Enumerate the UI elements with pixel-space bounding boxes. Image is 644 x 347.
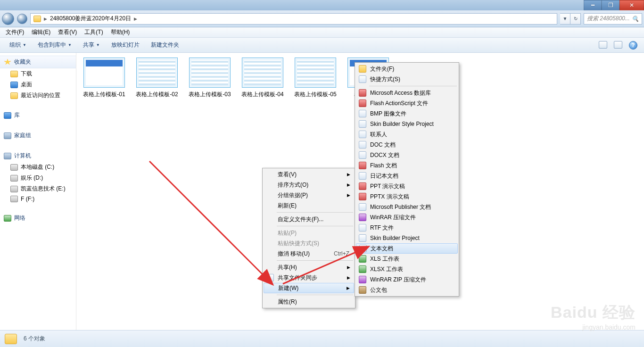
content-pane[interactable]: 表格上传模板-01 表格上传模板-02 表格上传模板-03 表格上传模板-04 …	[76, 53, 644, 330]
share-button[interactable]: 共享▼	[77, 41, 106, 49]
search-input[interactable]: 搜索 24805800... 🔍	[584, 13, 642, 25]
view-mode-button[interactable]	[599, 41, 607, 49]
ctx-new-item[interactable]: BMP 图像文件	[356, 108, 458, 119]
back-button[interactable]	[2, 13, 14, 25]
ctx-new-item[interactable]: XLS 工作表	[356, 254, 458, 264]
ctx-new-item[interactable]: WinRAR ZIP 压缩文件	[356, 274, 458, 285]
sync-icon	[266, 274, 274, 281]
sidebar-favorites[interactable]: 收藏夹	[0, 56, 76, 68]
breadcrumb[interactable]: 24805800姜卅蓝2020年4月20日	[50, 15, 131, 23]
sidebar-item-drive-e[interactable]: 凯蓝信息技术 (E:)	[0, 183, 76, 194]
ctx-customize[interactable]: 自定义文件夹(F)...	[264, 214, 354, 224]
ctx-undo[interactable]: 撤消 移动(U)Ctrl+Z	[264, 248, 354, 259]
file-item[interactable]: 表格上传模板-01	[83, 58, 125, 98]
filetype-icon	[359, 286, 366, 294]
thumbnail-icon	[295, 58, 336, 88]
dropdown-button[interactable]: ▼	[560, 13, 570, 25]
main-area: 收藏夹 下载 桌面 最近访问的位置 库 家庭组 计算机 本地磁盘 (C:) 娱乐…	[0, 53, 644, 330]
folder-icon	[5, 334, 17, 344]
sidebar: 收藏夹 下载 桌面 最近访问的位置 库 家庭组 计算机 本地磁盘 (C:) 娱乐…	[0, 53, 76, 330]
sidebar-library[interactable]: 库	[0, 109, 76, 121]
ctx-properties[interactable]: 属性(R)	[264, 297, 354, 307]
filetype-icon	[359, 75, 366, 83]
ctx-new-item[interactable]: DOCX 文档	[356, 150, 458, 160]
menu-tools[interactable]: 工具(T)	[81, 28, 107, 36]
ctx-new-item[interactable]: 公文包	[356, 285, 458, 295]
status-text: 6 个对象	[24, 335, 45, 343]
address-field[interactable]: ▶ 24805800姜卅蓝2020年4月20日 ▶	[30, 13, 557, 25]
search-icon: 🔍	[632, 16, 639, 22]
menu-file[interactable]: 文件(F)	[2, 28, 28, 36]
filetype-icon	[359, 214, 366, 221]
ctx-new-item[interactable]: 文件夹(F)	[356, 64, 458, 74]
sidebar-item-drive-f[interactable]: F (F:)	[0, 194, 76, 204]
file-item[interactable]: 表格上传模板-03	[189, 58, 231, 98]
slideshow-button[interactable]: 放映幻灯片	[106, 41, 145, 49]
recent-icon	[10, 92, 18, 99]
ctx-new-item[interactable]: 联系人	[356, 129, 458, 140]
sidebar-homegroup[interactable]: 家庭组	[0, 130, 76, 141]
filetype-icon	[359, 110, 366, 117]
ctx-share[interactable]: 共享(H)▶	[264, 262, 354, 273]
refresh-button[interactable]: ↻	[570, 13, 581, 25]
filetype-icon	[359, 89, 366, 97]
filetype-icon	[359, 65, 366, 73]
ctx-new[interactable]: 新建(W)▶	[264, 283, 354, 293]
menu-edit[interactable]: 编辑(E)	[28, 28, 54, 36]
ctx-new-item[interactable]: WinRAR 压缩文件	[356, 212, 458, 223]
minimize-button[interactable]: ━	[584, 0, 602, 10]
sidebar-computer[interactable]: 计算机	[0, 150, 76, 162]
menu-bar: 文件(F) 编辑(E) 查看(V) 工具(T) 帮助(H)	[0, 27, 644, 38]
separator	[277, 226, 353, 226]
filetype-icon	[359, 131, 366, 138]
organize-button[interactable]: 组织▼	[4, 41, 32, 49]
filetype-icon	[359, 193, 366, 200]
search-placeholder: 搜索 24805800...	[587, 15, 630, 23]
sidebar-item-desktop[interactable]: 桌面	[0, 79, 76, 90]
library-icon	[4, 112, 11, 119]
ctx-new-item[interactable]: XLSX 工作表	[356, 264, 458, 274]
include-button[interactable]: 包含到库中▼	[32, 41, 77, 49]
ctx-new-item[interactable]: RTF 文件	[356, 223, 458, 233]
ctx-sort[interactable]: 排序方式(O)▶	[264, 180, 354, 190]
ctx-new-item[interactable]: Skin Builder Project	[356, 233, 458, 243]
ctx-new-item[interactable]: Microsoft Access 数据库	[356, 88, 458, 98]
desktop-icon	[10, 82, 18, 88]
close-button[interactable]: ✕	[619, 0, 644, 10]
address-bar: ▶ 24805800姜卅蓝2020年4月20日 ▶ ▼ ↻ 搜索 2480580…	[0, 10, 644, 27]
ctx-new-item[interactable]: Skin Builder Style Project	[356, 119, 458, 129]
ctx-new-item[interactable]: Flash ActionScript 文件	[356, 98, 458, 108]
forward-button[interactable]	[17, 14, 27, 24]
ctx-group[interactable]: 分组依据(P)▶	[264, 190, 354, 200]
ctx-new-item[interactable]: PPTX 演示文稿	[356, 191, 458, 202]
file-item[interactable]: 表格上传模板-05	[294, 58, 337, 98]
filetype-icon	[359, 234, 366, 242]
ctx-sync[interactable]: 共享文件夹同步▶	[264, 273, 354, 283]
menu-help[interactable]: 帮助(H)	[107, 28, 134, 36]
ctx-new-item[interactable]: 文本文档	[356, 243, 458, 254]
file-item[interactable]: 表格上传模板-02	[136, 58, 178, 98]
maximize-button[interactable]: ❐	[602, 0, 619, 10]
ctx-new-item[interactable]: Microsoft Publisher 文档	[356, 202, 458, 212]
help-button[interactable]: ?	[629, 41, 637, 50]
folder-icon	[33, 16, 41, 22]
sidebar-item-drive-c[interactable]: 本地磁盘 (C:)	[0, 162, 76, 173]
ctx-new-item[interactable]: 快捷方式(S)	[356, 74, 458, 84]
sidebar-item-recent[interactable]: 最近访问的位置	[0, 90, 76, 101]
ctx-view[interactable]: 查看(V)▶	[264, 169, 354, 180]
ctx-new-item[interactable]: Flash 文档	[356, 160, 458, 171]
ctx-new-item[interactable]: PPT 演示文稿	[356, 181, 458, 191]
menu-view[interactable]: 查看(V)	[54, 28, 81, 36]
ctx-new-item[interactable]: DOC 文档	[356, 140, 458, 150]
context-submenu-new: 文件夹(F)快捷方式(S)Microsoft Access 数据库Flash A…	[355, 62, 459, 297]
ctx-new-item[interactable]: 日记本文档	[356, 171, 458, 181]
file-item[interactable]: 表格上传模板-04	[241, 58, 284, 98]
sidebar-item-downloads[interactable]: 下载	[0, 68, 76, 79]
sidebar-network[interactable]: 网络	[0, 212, 76, 224]
preview-pane-button[interactable]	[614, 41, 622, 49]
drive-icon	[10, 164, 18, 171]
sidebar-item-drive-d[interactable]: 娱乐 (D:)	[0, 173, 76, 183]
filetype-icon	[359, 141, 366, 149]
newfolder-button[interactable]: 新建文件夹	[145, 41, 185, 49]
ctx-refresh[interactable]: 刷新(E)	[264, 200, 354, 211]
